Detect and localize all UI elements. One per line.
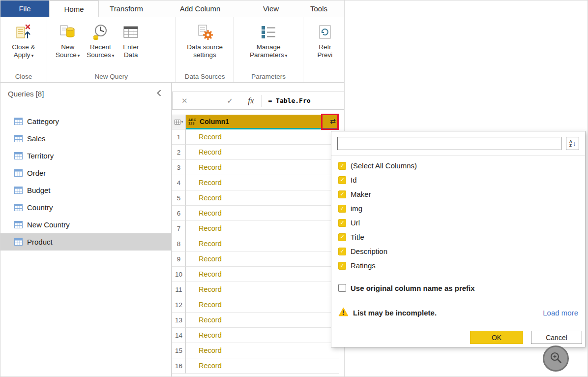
tab-home[interactable]: Home: [49, 0, 99, 17]
row-number[interactable]: 10: [172, 267, 186, 282]
record-cell[interactable]: Record: [186, 267, 339, 282]
row-number[interactable]: 7: [172, 221, 186, 236]
record-cell[interactable]: Record: [186, 251, 339, 267]
query-name: New Country: [27, 220, 70, 229]
tab-tools[interactable]: Tools: [295, 0, 342, 17]
record-cell[interactable]: Record: [186, 160, 339, 175]
checkbox-checked-icon[interactable]: ✓: [338, 233, 346, 241]
checkbox-checked-icon[interactable]: ✓: [338, 248, 346, 255]
row-number[interactable]: 15: [172, 343, 186, 358]
checkbox-unchecked-icon[interactable]: [338, 284, 346, 292]
record-cell[interactable]: Record: [186, 328, 339, 343]
row-number[interactable]: 12: [172, 297, 186, 313]
tab-transform[interactable]: Transform: [99, 0, 154, 17]
check-glyph: ✓: [340, 262, 344, 269]
table-row: 1 Record: [172, 129, 345, 145]
query-list-item[interactable]: Product: [0, 233, 171, 251]
checkbox-checked-icon[interactable]: ✓: [338, 262, 346, 270]
collapse-pane-icon[interactable]: [157, 90, 161, 98]
table-row: 5 Record: [172, 190, 345, 206]
close-and-apply-button[interactable]: Close & Apply▾: [8, 21, 38, 61]
record-cell[interactable]: Record: [186, 145, 339, 160]
zoom-button[interactable]: [543, 346, 569, 372]
query-list-item[interactable]: Order: [0, 164, 171, 182]
search-input[interactable]: [337, 137, 561, 150]
button-label-line: Previ: [318, 51, 333, 59]
record-cell[interactable]: Record: [186, 343, 339, 358]
column-option[interactable]: ✓ (Select All Columns): [338, 158, 585, 173]
dropdown-caret-icon: ▾: [112, 53, 115, 58]
query-list-item[interactable]: New Country: [0, 216, 171, 233]
ok-button[interactable]: OK: [470, 331, 523, 344]
formula-input[interactable]: = Table.Fro: [268, 97, 310, 104]
row-number[interactable]: 6: [172, 206, 186, 221]
tab-add-column[interactable]: Add Column: [154, 0, 246, 17]
query-name: Cattegory: [27, 117, 59, 126]
checkbox-checked-icon[interactable]: ✓: [338, 176, 346, 184]
load-more-link[interactable]: Load more: [543, 309, 578, 317]
record-cell[interactable]: Record: [186, 221, 339, 236]
record-cell[interactable]: Record: [186, 282, 339, 297]
row-number[interactable]: 11: [172, 282, 186, 297]
fx-icon[interactable]: fx: [248, 96, 254, 106]
column-option[interactable]: ✓ Id: [338, 173, 585, 187]
row-number[interactable]: 4: [172, 175, 186, 190]
row-number[interactable]: 5: [172, 190, 186, 206]
checkbox-checked-icon[interactable]: ✓: [338, 190, 346, 198]
query-list-item[interactable]: Budget: [0, 182, 171, 199]
record-cell[interactable]: Record: [186, 358, 339, 374]
row-number[interactable]: 9: [172, 251, 186, 267]
row-number[interactable]: 8: [172, 236, 186, 251]
formula-confirm-icon[interactable]: ✓: [227, 96, 234, 105]
prefix-option[interactable]: Use original column name as prefix: [331, 283, 585, 293]
dropdown-caret-icon: ▾: [285, 53, 288, 58]
tab-file[interactable]: File: [0, 0, 49, 17]
tab-view[interactable]: View: [246, 0, 295, 17]
column-option[interactable]: ✓ Maker: [338, 187, 585, 201]
query-list-item[interactable]: Country: [0, 199, 171, 216]
record-cell[interactable]: Record: [186, 313, 339, 328]
row-number[interactable]: 3: [172, 160, 186, 175]
recent-sources-button[interactable]: Recent Sources▾: [83, 21, 118, 61]
checkbox-checked-icon[interactable]: ✓: [338, 205, 346, 213]
query-list-item[interactable]: Territory: [0, 147, 171, 164]
row-number[interactable]: 16: [172, 358, 186, 374]
ribbon-group-new-query: New Source▾ Recent Sources▾: [47, 17, 176, 82]
cancel-button[interactable]: Cancel: [531, 331, 582, 344]
column-option[interactable]: ✓ img: [338, 201, 585, 216]
query-list-item[interactable]: Cattegory: [0, 113, 171, 130]
warning-row: List may be incomplete. Load more: [331, 307, 585, 318]
row-number[interactable]: 13: [172, 313, 186, 328]
manage-parameters-icon: [259, 22, 278, 42]
new-source-button[interactable]: New Source▾: [52, 21, 83, 61]
queries-pane-header: Queries [8]: [0, 83, 171, 98]
row-number[interactable]: 1: [172, 129, 186, 145]
column-option[interactable]: ✓ Title: [338, 230, 585, 244]
data-source-settings-button[interactable]: Data source settings: [183, 21, 226, 60]
table-icon: [14, 118, 23, 125]
sort-button[interactable]: A Z ↓: [566, 137, 579, 150]
refresh-preview-button[interactable]: Refr Previ: [305, 21, 345, 60]
column-option[interactable]: ✓ Ratings: [338, 258, 585, 273]
table-row: 6 Record: [172, 206, 345, 221]
column-header-column1[interactable]: ABC 123 Column1 ⇄: [186, 115, 339, 129]
query-name: Order: [27, 169, 46, 177]
record-cell[interactable]: Record: [186, 236, 339, 251]
enter-data-button[interactable]: Enter Data: [118, 21, 144, 60]
manage-parameters-button[interactable]: Manage Parameters▾: [246, 21, 291, 61]
record-cell[interactable]: Record: [186, 129, 339, 145]
formula-cancel-icon[interactable]: ✕: [181, 96, 188, 105]
column-option[interactable]: ✓ Url: [338, 216, 585, 230]
row-number[interactable]: 14: [172, 328, 186, 343]
record-cell[interactable]: Record: [186, 190, 339, 206]
record-cell[interactable]: Record: [186, 206, 339, 221]
checkbox-checked-icon[interactable]: ✓: [338, 219, 346, 227]
checkbox-checked-icon[interactable]: ✓: [338, 162, 346, 170]
record-cell[interactable]: Record: [186, 297, 339, 313]
select-all-columns-button[interactable]: ▾: [172, 115, 186, 129]
column-option[interactable]: ✓ Description: [338, 244, 585, 258]
formula-bar: ✕ ✓ fx = Table.Fro: [172, 92, 345, 110]
record-cell[interactable]: Record: [186, 175, 339, 190]
query-list-item[interactable]: Sales: [0, 130, 171, 147]
row-number[interactable]: 2: [172, 145, 186, 160]
